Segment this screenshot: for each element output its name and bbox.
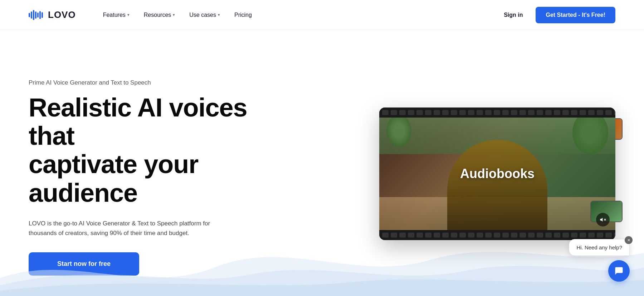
- film-hole: [614, 110, 615, 115]
- scene-plants: [572, 111, 608, 154]
- film-hole: [399, 110, 406, 115]
- film-hole: [545, 233, 552, 238]
- film-hole: [605, 110, 612, 115]
- film-hole: [494, 233, 500, 238]
- film-hole: [571, 233, 577, 238]
- filmstrip-top: [379, 108, 615, 118]
- get-started-button[interactable]: Get Started - It's Free!: [536, 7, 615, 23]
- film-hole: [442, 233, 449, 238]
- film-hole: [554, 110, 560, 115]
- film-hole: [451, 233, 457, 238]
- film-hole: [425, 110, 431, 115]
- film-hole: [562, 110, 569, 115]
- chevron-down-icon: ▾: [218, 13, 220, 17]
- film-hole: [511, 233, 517, 238]
- film-hole: [451, 110, 457, 115]
- nav-links: Features ▾ Resources ▾ Use cases ▾ Prici…: [97, 9, 498, 21]
- film-hole: [382, 110, 389, 115]
- film-hole: [571, 110, 577, 115]
- film-hole: [442, 110, 449, 115]
- film-hole: [485, 110, 492, 115]
- sign-in-button[interactable]: Sign in: [498, 9, 528, 21]
- film-hole: [597, 233, 603, 238]
- film-hole: [502, 233, 509, 238]
- close-chat-button[interactable]: ✕: [625, 236, 633, 244]
- nav-resources[interactable]: Resources ▾: [138, 9, 181, 21]
- nav-right: Sign in Get Started - It's Free!: [498, 7, 615, 23]
- navbar: LOVO Features ▾ Resources ▾ Use cases ▾ …: [0, 0, 644, 30]
- film-hole: [537, 233, 543, 238]
- film-hole: [399, 233, 406, 238]
- film-hole: [545, 110, 552, 115]
- logo-icon: [29, 10, 43, 20]
- film-hole: [468, 233, 474, 238]
- nav-pricing[interactable]: Pricing: [229, 9, 258, 21]
- film-hole: [580, 110, 586, 115]
- film-hole: [580, 233, 586, 238]
- film-hole: [408, 110, 414, 115]
- film-hole: [519, 110, 526, 115]
- film-hole: [416, 110, 423, 115]
- film-hole: [562, 233, 569, 238]
- video-label: Audiobooks: [460, 166, 535, 181]
- film-hole: [434, 110, 440, 115]
- nav-use-cases[interactable]: Use cases ▾: [184, 9, 226, 21]
- film-hole: [425, 233, 431, 238]
- scene-person: [447, 140, 547, 240]
- video-player[interactable]: Audiobooks: [379, 108, 615, 240]
- film-hole: [528, 110, 535, 115]
- film-hole: [416, 233, 423, 238]
- film-hole: [382, 233, 389, 238]
- film-hole: [588, 233, 595, 238]
- filmstrip-bottom: [379, 230, 615, 240]
- chevron-down-icon: ▾: [173, 13, 175, 17]
- chat-open-button[interactable]: [608, 260, 630, 282]
- film-hole: [434, 233, 440, 238]
- film-hole: [459, 233, 466, 238]
- film-hole: [588, 110, 595, 115]
- mute-button[interactable]: [596, 213, 610, 226]
- film-hole: [511, 110, 517, 115]
- film-hole: [528, 233, 535, 238]
- chat-message: Hi. Need any help?: [569, 239, 630, 256]
- film-hole: [485, 233, 492, 238]
- film-hole: [468, 110, 474, 115]
- logo[interactable]: LOVO: [29, 9, 76, 20]
- film-hole: [597, 110, 603, 115]
- film-hole: [477, 233, 483, 238]
- film-hole: [614, 233, 615, 238]
- chevron-down-icon: ▾: [127, 13, 130, 17]
- film-hole: [477, 110, 483, 115]
- logo-text: LOVO: [48, 9, 76, 20]
- chat-bubble-container: Hi. Need any help? ✕: [569, 239, 630, 256]
- film-hole: [459, 110, 466, 115]
- hero-section: Prime AI Voice Generator and Text to Spe…: [0, 30, 644, 296]
- nav-features[interactable]: Features ▾: [97, 9, 135, 21]
- film-hole: [391, 233, 397, 238]
- film-hole: [502, 110, 509, 115]
- scene-plants2: [386, 115, 411, 147]
- hero-subtitle: Prime AI Voice Generator and Text to Spe…: [29, 79, 250, 86]
- chat-widget: Hi. Need any help? ✕: [569, 239, 630, 282]
- film-hole: [605, 233, 612, 238]
- film-hole: [537, 110, 543, 115]
- hero-media: Audiobooks: [250, 108, 615, 240]
- film-hole: [519, 233, 526, 238]
- film-hole: [554, 233, 560, 238]
- film-hole: [494, 110, 500, 115]
- film-hole: [391, 110, 397, 115]
- film-hole: [408, 233, 414, 238]
- chat-icon: [614, 266, 624, 276]
